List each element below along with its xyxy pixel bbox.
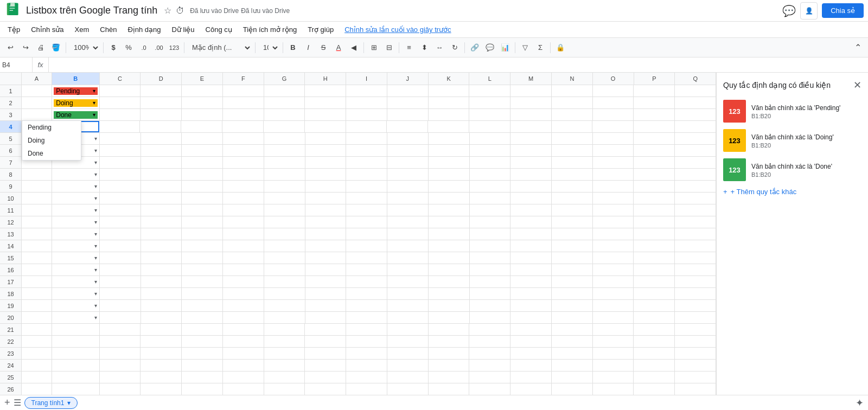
cell[interactable]	[510, 288, 552, 299]
cell[interactable]: ▾	[52, 312, 100, 323]
cell[interactable]	[52, 348, 99, 359]
cell[interactable]	[510, 383, 552, 395]
cell[interactable]	[429, 157, 470, 168]
cell[interactable]	[141, 288, 182, 299]
cell[interactable]	[100, 336, 141, 347]
dec-decimals-button[interactable]: .0	[137, 41, 151, 55]
cell[interactable]	[470, 288, 511, 299]
cell[interactable]	[593, 288, 634, 299]
cell[interactable]	[552, 264, 593, 276]
cell[interactable]	[470, 264, 511, 276]
cell[interactable]	[552, 371, 593, 383]
cell[interactable]	[634, 276, 675, 287]
cell[interactable]	[22, 240, 52, 252]
cell-e2[interactable]	[182, 97, 223, 108]
cell[interactable]	[552, 133, 593, 144]
cell[interactable]	[470, 312, 511, 323]
cell[interactable]	[429, 228, 470, 240]
col-header-a[interactable]: A	[22, 73, 52, 85]
wrap-button[interactable]: ↔	[432, 41, 446, 55]
cell[interactable]	[675, 336, 716, 347]
cell-o2[interactable]	[593, 97, 634, 108]
cell[interactable]	[182, 145, 223, 156]
profile-icon[interactable]: 👤	[800, 2, 818, 20]
cell[interactable]	[141, 204, 182, 216]
cell[interactable]: ▾	[52, 181, 100, 192]
cell[interactable]: ▾	[52, 252, 100, 264]
cell[interactable]	[634, 300, 675, 311]
cell[interactable]	[634, 336, 675, 347]
cell[interactable]: ▾	[52, 240, 100, 252]
cell[interactable]	[510, 193, 552, 204]
dropdown-arrow[interactable]: ▾	[94, 171, 97, 177]
cell[interactable]	[429, 300, 470, 311]
link-button[interactable]: 🔗	[468, 41, 482, 55]
cell[interactable]	[552, 324, 593, 335]
menu-help[interactable]: Trợ giúp	[302, 23, 339, 36]
rule-item-done[interactable]: 123 Văn bản chính xác là 'Done' B1:B20	[723, 158, 861, 181]
cell[interactable]	[346, 300, 387, 311]
cell[interactable]	[470, 228, 511, 240]
cell[interactable]	[634, 288, 675, 299]
cell[interactable]: ▾	[52, 216, 100, 228]
cell[interactable]	[387, 360, 429, 371]
more-formats-button[interactable]: 123	[167, 41, 181, 55]
cell[interactable]	[675, 240, 716, 252]
cell[interactable]	[141, 240, 182, 252]
dropdown-arrow[interactable]: ▾	[94, 136, 97, 142]
cell-h2[interactable]	[305, 97, 346, 108]
cell[interactable]	[264, 169, 305, 180]
italic-button[interactable]: I	[301, 41, 315, 55]
cell[interactable]	[305, 312, 347, 323]
cell[interactable]	[387, 228, 429, 240]
cell-g1[interactable]	[264, 85, 305, 97]
cell[interactable]	[429, 336, 470, 347]
cell[interactable]	[346, 133, 387, 144]
cell[interactable]	[141, 348, 182, 359]
cell[interactable]	[593, 181, 634, 192]
cell-k1[interactable]	[429, 85, 470, 97]
col-header-e[interactable]: E	[182, 73, 223, 85]
col-header-c[interactable]: C	[100, 73, 141, 85]
cell[interactable]	[429, 181, 470, 192]
cell[interactable]	[305, 383, 346, 395]
cell[interactable]	[634, 324, 675, 335]
dropdown-item-pending[interactable]: Pending	[22, 121, 81, 134]
cell[interactable]	[52, 371, 99, 383]
cell[interactable]	[100, 169, 141, 180]
cell[interactable]	[552, 252, 593, 264]
cell[interactable]	[634, 240, 675, 252]
cell[interactable]	[429, 216, 470, 228]
cell[interactable]	[305, 252, 347, 264]
cell[interactable]	[264, 157, 305, 168]
cell[interactable]	[100, 145, 141, 156]
cell[interactable]	[675, 371, 716, 383]
comment-button[interactable]: 💬	[782, 4, 796, 17]
cell[interactable]	[223, 216, 264, 228]
cell[interactable]	[593, 228, 634, 240]
borders-button[interactable]: ⊞	[367, 41, 381, 55]
cell[interactable]	[469, 371, 510, 383]
cell[interactable]	[264, 252, 305, 264]
cell[interactable]	[510, 216, 552, 228]
cell[interactable]	[429, 360, 470, 371]
cell[interactable]	[387, 240, 429, 252]
cell[interactable]	[182, 336, 223, 347]
cell[interactable]	[305, 193, 347, 204]
cell[interactable]	[223, 288, 264, 299]
cell[interactable]	[52, 336, 99, 347]
cell[interactable]	[346, 324, 387, 335]
cell[interactable]	[387, 204, 429, 216]
chart-button[interactable]: 📊	[498, 41, 512, 55]
dropdown-arrow[interactable]: ▾	[94, 279, 97, 285]
cell-i4[interactable]	[346, 121, 387, 132]
col-header-k[interactable]: K	[429, 73, 470, 85]
cell[interactable]: ▾	[52, 276, 100, 287]
sheet-menu-button[interactable]: ☰	[14, 398, 21, 408]
col-header-g[interactable]: G	[264, 73, 305, 85]
cell[interactable]	[22, 288, 52, 299]
cell[interactable]	[552, 204, 593, 216]
cell[interactable]: ▾	[52, 204, 100, 216]
cell[interactable]	[305, 157, 347, 168]
cell[interactable]	[141, 181, 182, 192]
